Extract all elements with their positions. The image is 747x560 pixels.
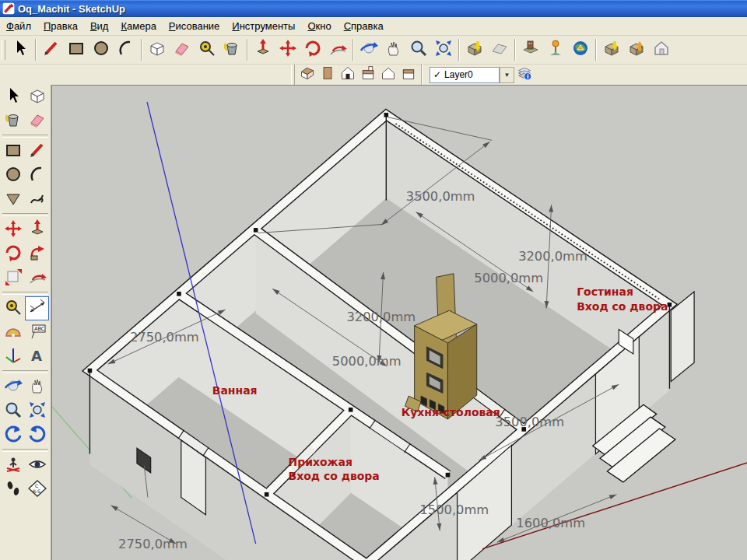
layer-dropdown-button[interactable]: ▼ (500, 67, 514, 83)
select-icon (11, 39, 30, 61)
prev-view-tool-button[interactable] (1, 423, 25, 447)
room-label: Прихожая (289, 456, 352, 468)
zoom-extents-button[interactable] (431, 37, 456, 62)
make-component-tool-button[interactable] (25, 85, 49, 109)
rotate-button[interactable] (300, 37, 325, 62)
sketchup-logo-icon (2, 2, 15, 15)
arc-button[interactable] (114, 37, 139, 62)
eraser-button[interactable] (170, 37, 195, 62)
paint-bucket-button[interactable] (219, 37, 244, 62)
view-iso-button[interactable] (297, 65, 317, 85)
layer-manager-slot: i (514, 65, 535, 85)
walk-tool-button[interactable] (1, 478, 25, 502)
menu-4[interactable]: Камера (114, 18, 162, 34)
rectangle-tool-button[interactable] (1, 139, 25, 163)
tool-palette: ABCACR-S (0, 85, 51, 560)
arc-icon (28, 165, 47, 187)
paint-bucket-tool-button[interactable] (1, 109, 25, 133)
section-plane-tool-button[interactable]: CR-S (25, 478, 49, 502)
menu-7[interactable]: Окно (301, 18, 337, 34)
offset-tool-button[interactable] (25, 266, 49, 290)
next-view-icon (28, 425, 47, 446)
zoom-button[interactable] (406, 37, 431, 62)
eraser-icon (28, 110, 47, 132)
share-component-button[interactable] (649, 37, 674, 62)
menu-1[interactable]: Файл (0, 18, 37, 34)
pan-button[interactable] (381, 37, 406, 62)
line-button[interactable] (39, 37, 64, 62)
pan-tool-button[interactable] (25, 375, 49, 399)
place-model-button[interactable] (543, 37, 568, 62)
toolbar-grip (291, 65, 295, 85)
menu-2[interactable]: Правка (37, 18, 84, 34)
dimension-label: 5000,0mm (332, 354, 402, 369)
look-around-tool-button[interactable] (25, 453, 49, 478)
zoom-extents-tool-button[interactable] (25, 399, 49, 423)
zoom-tool-button[interactable] (1, 399, 25, 423)
rectangle-button[interactable] (64, 37, 89, 62)
freehand-icon (28, 189, 47, 211)
tape-measure-tool-button[interactable] (1, 296, 25, 320)
view-front-button[interactable] (338, 65, 358, 85)
menu-bar: ФайлПравкаВидКамераРисованиеИнструментыО… (0, 17, 747, 36)
palette-row (0, 187, 51, 212)
view-right-button[interactable] (358, 65, 378, 85)
layer-combo[interactable]: ✓ Layer0 ▼ (430, 67, 514, 83)
offset-button[interactable] (325, 37, 350, 62)
follow-me-icon (28, 243, 47, 265)
move-tool-button[interactable] (1, 218, 25, 242)
layer-field[interactable]: ✓ Layer0 (430, 67, 500, 83)
photo-textures-button[interactable] (518, 37, 543, 62)
get-current-view-button[interactable] (462, 37, 487, 62)
freehand-tool-button[interactable] (25, 187, 49, 212)
dimension-tool-button[interactable] (25, 296, 49, 320)
view-left-button[interactable] (398, 65, 419, 85)
menu-8[interactable]: Справка (338, 18, 390, 34)
next-view-tool-button[interactable] (25, 423, 49, 447)
offset-icon (28, 268, 47, 289)
room-label: Вход со двора (577, 300, 668, 313)
layer-manager-icon: i (517, 65, 532, 84)
circle-button[interactable] (89, 37, 114, 62)
drawing-canvas[interactable]: 3500,0mm3200,0mm5000,0mm3200,0mm5000,0mm… (52, 86, 747, 560)
line-tool-button[interactable] (25, 139, 49, 163)
eraser-tool-button[interactable] (25, 109, 49, 133)
title-bar[interactable]: Oq_Machit - SketchUp (0, 0, 747, 17)
menu-5[interactable]: Рисование (163, 18, 226, 34)
make-component-button[interactable] (145, 37, 170, 62)
orbit-tool-button[interactable] (1, 375, 25, 399)
get-models-button[interactable] (599, 37, 624, 62)
layer-manager-button[interactable]: i (514, 65, 535, 85)
zoom-extents-icon (434, 39, 453, 61)
push-pull-tool-button[interactable] (25, 218, 49, 242)
menu-3[interactable]: Вид (84, 18, 115, 34)
menu-6[interactable]: Инструменты (226, 18, 301, 34)
polygon-tool-button[interactable] (1, 187, 25, 212)
tape-measure-button[interactable] (195, 37, 219, 62)
push-pull-button[interactable] (251, 37, 275, 62)
arc-tool-button[interactable] (25, 163, 49, 187)
google-earth-button[interactable] (568, 37, 593, 62)
toggle-terrain-button[interactable] (487, 37, 512, 62)
view-back-button[interactable] (378, 65, 398, 85)
select-tool-button[interactable] (1, 85, 25, 109)
rotate-tool-button[interactable] (1, 242, 25, 266)
share-model-button[interactable] (624, 37, 649, 62)
toolbar-separator (421, 64, 423, 86)
view-top-button[interactable] (317, 65, 338, 85)
move-button[interactable] (275, 37, 300, 62)
select-button[interactable] (8, 37, 33, 62)
text-tool-button[interactable]: ABC (25, 320, 49, 345)
text-3d-tool-button[interactable]: A (25, 345, 49, 369)
viewport[interactable]: 3500,0mm3200,0mm5000,0mm3200,0mm5000,0mm… (51, 85, 747, 560)
protractor-tool-button[interactable] (1, 320, 25, 345)
palette-row (0, 296, 51, 320)
palette-separator (2, 370, 48, 373)
position-camera-tool-button[interactable] (1, 453, 25, 478)
orbit-button[interactable] (356, 37, 381, 62)
axes-tool-button[interactable] (1, 345, 25, 369)
arc-icon (117, 39, 135, 61)
follow-me-tool-button[interactable] (25, 242, 49, 266)
scale-tool-button[interactable] (1, 266, 25, 290)
circle-tool-button[interactable] (1, 163, 25, 187)
